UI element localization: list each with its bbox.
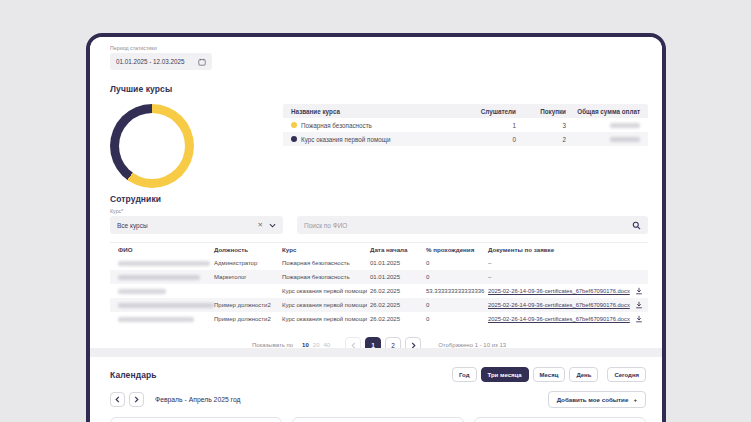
courses-chart-area — [110, 102, 283, 188]
redacted-name — [118, 303, 214, 308]
col-start-date: Дата начала — [370, 246, 426, 253]
stats-section: Период статистики 01.01.2025 - 12.03.202… — [90, 37, 662, 348]
section-divider — [90, 348, 662, 357]
redacted-name — [118, 317, 194, 322]
month-card-february: Февраль — [110, 417, 282, 422]
employee-course: Пожарная безопасность — [282, 274, 370, 280]
employee-row: Пример должности2 Курс оказания первой п… — [110, 298, 648, 312]
employee-progress: 53.333333333333336 — [426, 288, 488, 294]
download-icon[interactable] — [635, 315, 643, 323]
courses-table-header: Название курса Слушатели Покупки Общая с… — [283, 104, 648, 118]
employee-progress: 0 — [426, 274, 488, 280]
course-purchases: 3 — [516, 122, 566, 129]
col-course: Курс — [282, 246, 370, 253]
course-dot — [291, 136, 297, 142]
col-progress: % прохождения — [426, 246, 488, 253]
employee-position: Пример должности2 — [214, 316, 282, 322]
col-course-name: Название курса — [283, 108, 461, 115]
employee-course: Курс оказания первой помощи — [282, 288, 370, 294]
add-event-button[interactable]: Добавить мое событие + — [548, 391, 646, 408]
courses-donut — [110, 104, 194, 188]
col-purchases: Покупки — [516, 108, 566, 115]
col-documents: Документы по заявке — [488, 246, 630, 253]
calendar-title: Календарь — [110, 370, 157, 380]
download-icon[interactable] — [635, 301, 643, 309]
search-icon[interactable] — [632, 221, 641, 230]
employee-row: Маркетолог Пожарная безопасность 01.01.2… — [110, 270, 648, 284]
col-fio: ФИО — [110, 246, 214, 253]
document-link[interactable]: 2025-02-26-14-09-36-certificates_67bef67… — [488, 316, 630, 322]
calendar-range-label: Февраль - Апрель 2025 год — [155, 396, 241, 403]
redacted-name — [118, 275, 200, 280]
period-label: Период статистики — [110, 45, 648, 51]
calendar-prev-button[interactable] — [110, 392, 125, 407]
plus-icon: + — [633, 396, 637, 403]
view-month-button[interactable]: Месяц — [533, 367, 566, 382]
view-three-months-button[interactable]: Три месяца — [481, 367, 529, 382]
document-link[interactable]: 2025-02-26-14-09-36-certificates_67bef67… — [488, 288, 630, 294]
employee-start-date: 01.01.2025 — [370, 260, 426, 266]
months-row: Февраль Март Апрель — [110, 417, 646, 422]
clear-filter-icon[interactable]: ✕ — [258, 221, 263, 229]
employee-progress: 0 — [426, 302, 488, 308]
period-date-value: 01.01.2025 - 12.03.2025 — [116, 58, 185, 65]
course-dot — [291, 122, 297, 128]
employee-position: Администратор — [214, 260, 282, 266]
employees-table-header: ФИО Должность Курс Дата начала % прохожд… — [110, 243, 648, 256]
employee-row: Курс оказания первой помощи 26.02.2025 5… — [110, 284, 648, 298]
courses-table: Название курса Слушатели Покупки Общая с… — [283, 104, 648, 188]
employee-position: Маркетолог — [214, 274, 282, 280]
employee-position: Пример должности2 — [214, 302, 282, 308]
employee-progress: 0 — [426, 260, 488, 266]
search-input[interactable] — [304, 222, 632, 229]
col-listeners: Слушатели — [461, 108, 516, 115]
col-position: Должность — [214, 246, 282, 253]
today-button[interactable]: Сегодня — [607, 367, 646, 382]
employee-progress: 0 — [426, 316, 488, 322]
chevron-down-icon — [269, 223, 276, 228]
app-window: Период статистики 01.01.2025 - 12.03.202… — [86, 33, 666, 422]
employees-title: Сотрудники — [110, 194, 648, 204]
employees-table: ФИО Должность Курс Дата начала % прохожд… — [110, 242, 648, 326]
employee-row: Администратор Пожарная безопасность 01.0… — [110, 256, 648, 270]
redacted-name — [118, 261, 210, 266]
month-card-april: Апрель — [474, 417, 646, 422]
employee-row: Пример должности2 Курс оказания первой п… — [110, 312, 648, 326]
course-listeners: 0 — [461, 136, 516, 143]
employee-course: Пожарная безопасность — [282, 260, 370, 266]
add-event-label: Добавить мое событие — [557, 396, 629, 403]
employee-start-date: 01.01.2025 — [370, 274, 426, 280]
calendar-view-switcher: Год Три месяца Месяц День Сегодня — [452, 367, 646, 382]
employee-document: – — [488, 274, 630, 280]
employee-start-date: 26.02.2025 — [370, 288, 426, 294]
redacted-amount — [610, 137, 640, 142]
course-row: Пожарная безопасность 1 3 — [283, 118, 648, 132]
course-name: Пожарная безопасность — [301, 122, 372, 129]
calendar-icon[interactable] — [198, 58, 206, 66]
best-courses-title: Лучшие курсы — [110, 84, 648, 94]
period-date-input[interactable]: 01.01.2025 - 12.03.2025 — [110, 53, 212, 70]
redacted-name — [118, 289, 166, 294]
view-year-button[interactable]: Год — [452, 367, 477, 382]
employee-start-date: 26.02.2025 — [370, 316, 426, 322]
course-purchases: 2 — [516, 136, 566, 143]
download-icon[interactable] — [635, 287, 643, 295]
document-link[interactable]: 2025-02-26-14-09-36-certificates_67bef67… — [488, 302, 630, 308]
course-filter-value: Все курсы — [117, 222, 258, 229]
employee-document: – — [488, 260, 630, 266]
view-day-button[interactable]: День — [569, 367, 598, 382]
employee-course: Курс оказания первой помощи — [282, 316, 370, 322]
best-courses-block: Название курса Слушатели Покупки Общая с… — [110, 102, 648, 188]
month-card-march: Март — [292, 417, 464, 422]
course-name: Курс оказания первой помощи — [301, 136, 390, 143]
employees-filters: Все курсы ✕ — [110, 216, 648, 234]
employee-course: Курс оказания первой помощи — [282, 302, 370, 308]
course-row: Курс оказания первой помощи 0 2 — [283, 132, 648, 146]
course-filter-label: Курс* — [110, 208, 648, 214]
calendar-section: Календарь Год Три месяца Месяц День Сего… — [90, 357, 662, 422]
redacted-amount — [610, 123, 640, 128]
search-field[interactable] — [297, 216, 648, 234]
course-filter-select[interactable]: Все курсы ✕ — [110, 216, 283, 234]
calendar-next-button[interactable] — [129, 392, 144, 407]
course-listeners: 1 — [461, 122, 516, 129]
